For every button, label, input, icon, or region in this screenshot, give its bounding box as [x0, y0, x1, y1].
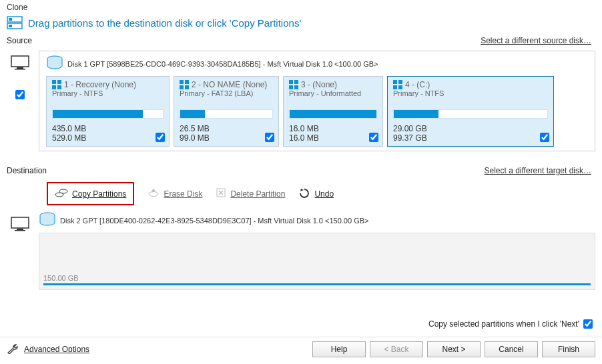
- partition-card[interactable]: 1 - Recovery (None) Primary - NTFS 435.0…: [46, 76, 170, 147]
- partition-subtitle: Primary - Unformatted: [289, 89, 377, 97]
- window-title: Clone: [0, 0, 602, 15]
- partition-subtitle: Primary - NTFS: [52, 89, 164, 97]
- partition-card[interactable]: 2 - NO NAME (None) Primary - FAT32 (LBA)…: [174, 76, 279, 147]
- select-target-disk-link[interactable]: Select a different target disk…: [484, 166, 591, 175]
- svg-rect-3: [9, 25, 12, 27]
- monitor-icon: [10, 55, 30, 73]
- disk-icon: [39, 212, 56, 229]
- cancel-button[interactable]: Cancel: [485, 341, 538, 357]
- partition-card[interactable]: 4 - (C:) Primary - NTFS 29.00 GB99.37 GB: [387, 76, 554, 147]
- partition-usage-bar: [393, 109, 548, 119]
- partition-title: 4 - (C:): [405, 80, 430, 89]
- partition-title: 3 - (None): [301, 80, 337, 89]
- svg-rect-17: [294, 80, 298, 84]
- partition-used: 29.00 GB99.37 GB: [393, 124, 427, 143]
- disks-icon: [7, 16, 23, 29]
- erase-icon: [147, 187, 160, 200]
- destination-section-header: Destination Select a different target di…: [0, 163, 602, 178]
- windows-icon: [393, 80, 402, 89]
- copy-when-next-checkbox[interactable]: [583, 319, 593, 329]
- svg-point-26: [149, 192, 158, 197]
- svg-rect-29: [17, 229, 23, 230]
- svg-rect-12: [180, 80, 184, 84]
- finish-button[interactable]: Finish: [542, 341, 595, 357]
- partition-checkbox[interactable]: [265, 133, 274, 142]
- source-disk-header: Disk 1 GPT [5898BE25-CDC0-469C-9393-3045…: [67, 60, 378, 68]
- delete-icon: [216, 187, 226, 200]
- source-disk-box: Disk 1 GPT [5898BE25-CDC0-469C-9393-3045…: [39, 51, 595, 151]
- svg-rect-20: [393, 80, 397, 84]
- source-select-all-checkbox[interactable]: [15, 90, 25, 99]
- source-label: Source: [7, 36, 32, 45]
- destination-partition-area[interactable]: 150.00 GB: [39, 233, 595, 290]
- svg-rect-21: [398, 80, 402, 84]
- instruction-row: Drag partitions to the destination disk …: [0, 15, 602, 33]
- wrench-icon: [7, 343, 20, 356]
- partition-card[interactable]: 3 - (None) Primary - Unformatted 16.0 MB…: [283, 76, 383, 147]
- svg-rect-6: [15, 69, 25, 70]
- help-button[interactable]: Help: [312, 341, 366, 357]
- partition-usage-bar: [180, 109, 273, 119]
- monitor-icon: [10, 216, 30, 234]
- partition-used: 16.0 MB16.0 MB: [289, 124, 319, 143]
- svg-rect-28: [11, 217, 29, 228]
- partition-usage-bar: [52, 109, 164, 119]
- copy-when-next-label: Copy selected partitions when I click 'N…: [428, 319, 579, 329]
- partition-used: 26.5 MB99.0 MB: [180, 124, 210, 143]
- dest-disk-header: Disk 2 GPT [180DE400-0262-42E3-8925-5348…: [60, 217, 368, 225]
- svg-rect-30: [15, 230, 25, 231]
- svg-rect-4: [11, 56, 29, 67]
- advanced-options-link[interactable]: Advanced Options: [7, 343, 89, 356]
- destination-indicator-line: [43, 283, 591, 285]
- partition-usage-bar: [289, 109, 377, 119]
- disk-icon: [46, 55, 63, 72]
- instruction-text: Drag partitions to the destination disk …: [28, 17, 301, 29]
- windows-icon: [289, 80, 298, 89]
- source-section-header: Source Select a different source disk…: [0, 33, 602, 48]
- copy-icon: [55, 187, 68, 200]
- undo-button[interactable]: Undo: [298, 187, 334, 200]
- svg-rect-16: [289, 80, 293, 84]
- svg-rect-2: [9, 18, 12, 21]
- undo-icon: [298, 187, 310, 200]
- partition-subtitle: Primary - FAT32 (LBA): [180, 89, 273, 97]
- partition-subtitle: Primary - NTFS: [393, 89, 548, 97]
- next-button[interactable]: Next >: [427, 341, 481, 357]
- partition-checkbox[interactable]: [540, 133, 549, 142]
- windows-icon: [52, 80, 61, 89]
- partition-checkbox[interactable]: [369, 133, 378, 142]
- windows-icon: [180, 80, 189, 89]
- svg-rect-8: [52, 80, 56, 84]
- partition-used: 435.0 MB529.0 MB: [52, 124, 86, 143]
- copy-partitions-button[interactable]: Copy Partitions: [55, 187, 126, 200]
- svg-rect-13: [185, 80, 189, 84]
- partition-title: 2 - NO NAME (None): [192, 80, 267, 89]
- svg-point-25: [59, 189, 67, 193]
- copy-partitions-highlight: Copy Partitions: [47, 182, 134, 205]
- partition-checkbox[interactable]: [156, 133, 165, 142]
- svg-rect-9: [57, 80, 61, 84]
- delete-partition-button[interactable]: Delete Partition: [216, 187, 285, 200]
- svg-rect-5: [17, 67, 23, 69]
- destination-free-label: 150.00 GB: [43, 274, 591, 282]
- select-source-disk-link[interactable]: Select a different source disk…: [481, 36, 591, 45]
- destination-label: Destination: [7, 166, 47, 175]
- partition-title: 1 - Recovery (None): [64, 80, 136, 89]
- erase-disk-button[interactable]: Erase Disk: [147, 187, 202, 200]
- back-button[interactable]: < Back: [370, 341, 423, 357]
